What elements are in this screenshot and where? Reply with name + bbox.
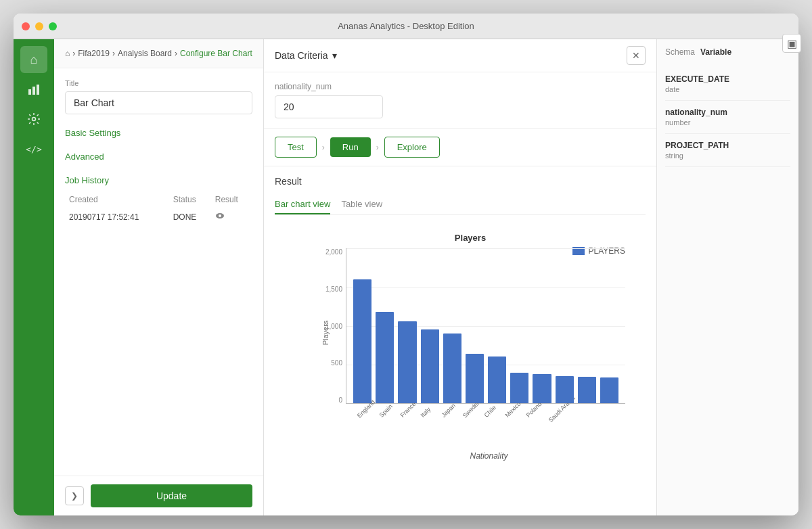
bar — [510, 373, 528, 403]
title-input[interactable] — [65, 91, 252, 114]
app-window: Ananas Analytics - Desktop Edition ⌂ </> — [14, 14, 798, 515]
bar — [556, 376, 574, 403]
bar-group — [578, 248, 596, 403]
run-button[interactable]: Run — [330, 137, 371, 157]
job-result[interactable] — [211, 207, 252, 227]
bar-group — [443, 248, 461, 403]
variable-type: number — [665, 118, 790, 127]
action-bar: Test › Run › Explore — [264, 129, 656, 166]
chart-container: Players PLAYERS Players 0 500 1,000 1,50… — [275, 226, 646, 436]
variable-label[interactable]: Variable — [700, 47, 731, 57]
bar — [488, 356, 506, 403]
col-status: Status — [169, 192, 211, 207]
bar — [533, 374, 551, 404]
job-history-label: Job History — [65, 175, 252, 185]
chart-title: Players — [309, 233, 632, 243]
col-created: Created — [65, 192, 169, 207]
y-label-500: 500 — [312, 359, 342, 367]
tab-table-view[interactable]: Table view — [341, 195, 382, 214]
svg-rect-0 — [28, 89, 31, 95]
job-created: 20190717 17:52:41 — [65, 207, 169, 227]
explore-button[interactable]: Explore — [384, 137, 440, 158]
x-labels-row: EnglandSpainFranceItalyJapanSwedenChileM… — [346, 404, 625, 417]
sidebar-icon-home[interactable]: ⌂ — [20, 46, 47, 73]
arrow-separator-2: › — [376, 143, 379, 152]
variable-type: date — [665, 85, 790, 93]
breadcrumb-configure[interactable]: Configure Bar Chart — [180, 49, 252, 58]
bar-group — [398, 248, 416, 403]
data-criteria-label: Data Criteria — [275, 50, 328, 61]
breadcrumb-home[interactable]: ⌂ — [65, 49, 70, 58]
svg-rect-2 — [37, 85, 39, 95]
variable-name: EXECUTE_DATE — [665, 74, 790, 84]
table-row: 20190717 17:52:41 DONE — [65, 207, 252, 227]
panel-toggle-button[interactable]: ▣ — [782, 39, 798, 53]
bar — [353, 279, 371, 403]
breadcrumb: ⌂ › Fifa2019 › Analysis Board › Configur… — [54, 39, 263, 68]
breadcrumb-fifa2019[interactable]: Fifa2019 — [78, 49, 110, 58]
variable-item[interactable]: nationality_numnumber — [665, 101, 790, 134]
main-content: Data Criteria ▾ ✕ nationality_num Test ›… — [264, 39, 656, 515]
bar-group — [600, 248, 618, 403]
bar-group — [488, 248, 506, 403]
bars-container — [346, 248, 625, 403]
criteria-section: nationality_num — [264, 72, 656, 129]
sidebar-icon-settings[interactable] — [20, 106, 47, 133]
variable-name: PROJECT_PATH — [665, 141, 790, 150]
test-button[interactable]: Test — [275, 137, 317, 158]
close-traffic-light[interactable] — [22, 22, 30, 30]
close-button[interactable]: ✕ — [627, 46, 646, 65]
job-status: DONE — [169, 207, 211, 227]
bar-group — [376, 248, 394, 403]
left-panel: ⌂ › Fifa2019 › Analysis Board › Configur… — [54, 39, 264, 515]
y-label-1000: 1,000 — [312, 323, 342, 330]
fullscreen-traffic-light[interactable] — [49, 22, 57, 30]
col-result: Result — [211, 192, 252, 207]
bar — [443, 334, 461, 403]
chevron-down-icon: ▾ — [332, 50, 337, 61]
bar — [600, 377, 618, 403]
window-title: Ananas Analytics - Desktop Edition — [338, 21, 474, 31]
sidebar: ⌂ </> — [14, 39, 54, 515]
update-button[interactable]: Update — [91, 484, 252, 507]
result-section: Result Bar chart view Table view Players… — [264, 166, 656, 515]
title-field-label: Title — [65, 79, 252, 87]
bar — [398, 321, 416, 403]
y-label-2000: 2,000 — [312, 248, 342, 256]
bar — [578, 377, 596, 403]
bar-group — [421, 248, 439, 403]
bar-group — [353, 248, 371, 403]
sidebar-icon-code[interactable]: </> — [20, 135, 47, 162]
svg-point-3 — [32, 118, 36, 121]
param-input[interactable] — [275, 95, 383, 118]
minimize-traffic-light[interactable] — [35, 22, 43, 30]
chart-inner — [346, 248, 625, 404]
advanced-section[interactable]: Advanced — [65, 152, 252, 162]
y-label-0: 0 — [312, 396, 342, 404]
variable-type: string — [665, 152, 790, 160]
schema-header: Schema Variable — [665, 47, 790, 57]
bar — [466, 354, 484, 403]
variable-item[interactable]: PROJECT_PATHstring — [665, 134, 790, 167]
collapse-button[interactable]: ❯ — [65, 486, 84, 505]
traffic-lights — [22, 22, 57, 30]
variable-item[interactable]: EXECUTE_DATEdate — [665, 68, 790, 101]
right-panel: Schema Variable EXECUTE_DATEdatenational… — [656, 39, 798, 515]
param-label: nationality_num — [275, 82, 646, 91]
tab-bar-chart-view[interactable]: Bar chart view — [275, 195, 330, 214]
bar — [376, 312, 394, 403]
bar-group — [556, 248, 574, 403]
breadcrumb-analysis-board[interactable]: Analysis Board — [118, 49, 172, 58]
schema-label: Schema — [665, 47, 695, 57]
result-title: Result — [275, 176, 646, 187]
bar-group — [510, 248, 528, 403]
bar — [421, 329, 439, 403]
sidebar-icon-chart[interactable] — [20, 76, 47, 103]
data-criteria-button[interactable]: Data Criteria ▾ — [275, 50, 337, 61]
basic-settings-section[interactable]: Basic Settings — [65, 128, 252, 138]
arrow-separator-1: › — [322, 143, 325, 152]
job-history-table: Created Status Result 20190717 17:52:41 … — [65, 192, 252, 227]
left-panel-content: Title Basic Settings Advanced Job Histor… — [54, 68, 263, 476]
view-tabs: Bar chart view Table view — [275, 195, 646, 215]
app-body: ⌂ </> ⌂ › Fifa2019 › — [14, 39, 798, 515]
